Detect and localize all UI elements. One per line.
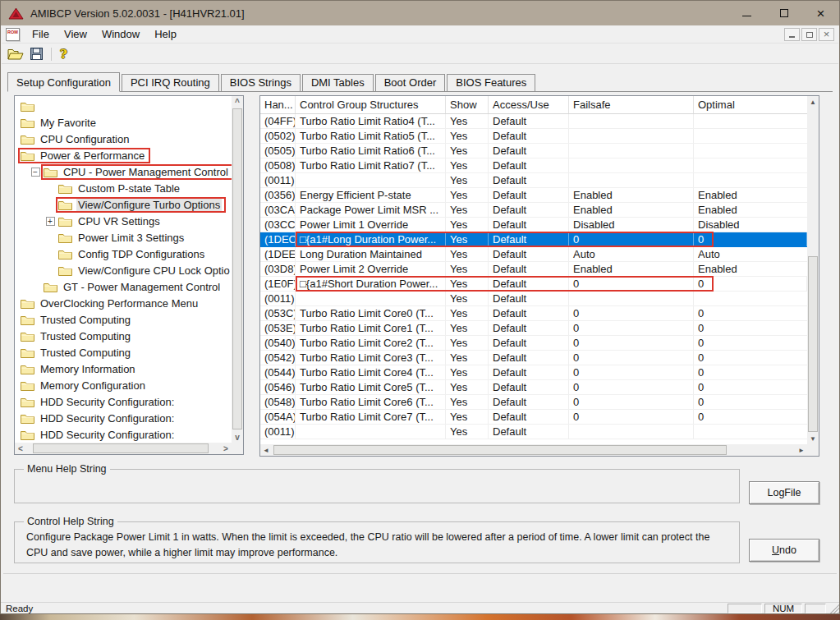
maximize-icon[interactable]: [765, 1, 802, 25]
tree-vscroll-thumb[interactable]: [232, 108, 242, 429]
scroll-up-icon[interactable]: ^: [232, 96, 243, 108]
table-row-0502[interactable]: (0502)Turbo Ratio Limit Ratio5 (T...YesD…: [260, 129, 807, 144]
cell-optimal: Auto: [694, 247, 807, 261]
tree-item-cpu-vr-settings[interactable]: +CPU VR Settings: [15, 213, 232, 229]
cell-failsafe: 0: [569, 336, 694, 350]
close-icon[interactable]: ×: [802, 1, 839, 25]
table-row-054a[interactable]: (054A)Turbo Ratio Limit Core7 (T...YesDe…: [260, 410, 807, 425]
table-row-0356[interactable]: (0356)Energy Efficient P-stateYesDefault…: [260, 188, 807, 203]
tree-hscroll-thumb[interactable]: [33, 443, 209, 453]
tree-item-memory-information[interactable]: Memory Information: [15, 361, 232, 377]
tree-item-trusted-computing[interactable]: Trusted Computing: [15, 311, 232, 328]
help-icon[interactable]: ?: [60, 47, 67, 62]
cell-show: Yes: [446, 114, 489, 128]
scroll-left-icon[interactable]: <: [15, 443, 26, 454]
open-file-icon[interactable]: [7, 48, 24, 60]
tree-item-memory-configuration[interactable]: Memory Configuration: [15, 377, 232, 393]
column-header-access-use[interactable]: Access/Use: [489, 96, 569, 113]
tree-item-hdd-security-configuration[interactable]: HDD Security Configuration:: [15, 410, 232, 426]
tab-pci-irq-routing[interactable]: PCI IRQ Routing: [122, 74, 219, 91]
table-row-053e[interactable]: (053E)Turbo Ratio Limit Core1 (T...YesDe…: [260, 321, 807, 336]
tree-item-custom-p-state-table[interactable]: Custom P-state Table: [15, 180, 232, 196]
tree-item-root[interactable]: [15, 98, 232, 114]
table-row-1dee[interactable]: (1DEE)Long Duration MaintainedYesDefault…: [260, 247, 807, 262]
table-row-03cc[interactable]: (03CC)Power Limit 1 OverrideYesDefaultDi…: [260, 218, 807, 232]
scroll-right-icon[interactable]: >: [220, 443, 232, 454]
scroll-left-icon[interactable]: ◄: [260, 444, 272, 456]
tree-item-config-tdp-configurations[interactable]: Config TDP Configurations: [15, 246, 232, 262]
tree-vertical-scrollbar[interactable]: ^ v: [232, 96, 243, 443]
tree-item-hdd-security-configuration[interactable]: HDD Security Configuration:: [15, 393, 232, 410]
tree-item-view-configure-cpu-lock-optio[interactable]: View/Configure CPU Lock Optio: [15, 262, 232, 278]
tab-bios-features[interactable]: BIOS Features: [447, 74, 535, 91]
logfile-button[interactable]: LogFile: [749, 481, 819, 504]
table-row-1e0f[interactable]: (1E0F)□{a1#Short Duration Power...YesDef…: [260, 277, 807, 292]
cell-failsafe: [569, 114, 694, 128]
column-header-show[interactable]: Show: [446, 96, 489, 113]
expand-icon[interactable]: +: [46, 217, 55, 226]
table-vscroll-thumb[interactable]: [808, 256, 818, 432]
tree-item-my-favorite[interactable]: My Favorite: [15, 114, 232, 131]
tree-item-gt-power-management-control[interactable]: GT - Power Management Control: [15, 278, 232, 295]
table-vertical-scrollbar[interactable]: ▲ ▼: [807, 96, 819, 444]
column-header-failsafe[interactable]: Failsafe: [569, 96, 694, 113]
table-row-0011[interactable]: (0011)YesDefault: [260, 173, 807, 188]
minimize-icon[interactable]: [728, 1, 765, 25]
tree-item-trusted-computing[interactable]: Trusted Computing: [15, 328, 232, 344]
menu-file[interactable]: File: [25, 26, 57, 42]
table-row-053c[interactable]: (053C)Turbo Ratio Limit Core0 (T...YesDe…: [260, 306, 807, 321]
table-row-0548[interactable]: (0548)Turbo Ratio Limit Core6 (T...YesDe…: [260, 395, 807, 410]
scroll-down-icon[interactable]: ▼: [807, 433, 819, 444]
table-row-0011[interactable]: (0011)YesDefault: [260, 425, 807, 439]
scroll-up-icon[interactable]: ▲: [807, 96, 819, 108]
menu-help[interactable]: Help: [147, 26, 184, 42]
save-icon[interactable]: [30, 48, 43, 60]
table-row-0540[interactable]: (0540)Turbo Ratio Limit Core2 (T...YesDe…: [260, 336, 807, 351]
table-row-03d8[interactable]: (03D8)Power Limit 2 OverrideYesDefaultEn…: [260, 262, 807, 277]
mdi-minimize-icon[interactable]: [784, 28, 800, 41]
tree-item-cpu-configuration[interactable]: CPU Configuration: [15, 131, 232, 147]
table-row-04ff[interactable]: (04FF)Turbo Ratio Limit Ratio4 (T...YesD…: [260, 114, 807, 129]
cell-failsafe: 0: [569, 306, 694, 320]
table-row-0505[interactable]: (0505)Turbo Ratio Limit Ratio6 (T...YesD…: [260, 144, 807, 158]
resize-grip-icon[interactable]: [829, 603, 839, 613]
column-header-control-group-structures[interactable]: Control Group Structures: [296, 96, 446, 113]
column-header-han[interactable]: Han...: [260, 96, 296, 113]
menu-view[interactable]: View: [57, 26, 94, 42]
tree-item-overclocking-performance-menu[interactable]: OverClocking Performance Menu: [15, 295, 232, 311]
cell-control: Turbo Ratio Limit Core2 (T...: [296, 336, 446, 350]
table-row-0544[interactable]: (0544)Turbo Ratio Limit Core4 (T...YesDe…: [260, 365, 807, 380]
tree-item-power-performance[interactable]: Power & Performance: [15, 147, 232, 163]
table-hscroll-thumb[interactable]: [273, 445, 727, 455]
table-row-0546[interactable]: (0546)Turbo Ratio Limit Core5 (T...YesDe…: [260, 380, 807, 395]
tree-item-view-configure-turbo-options[interactable]: View/Configure Turbo Options: [15, 196, 232, 213]
tab-boot-order[interactable]: Boot Order: [375, 74, 446, 91]
tab-setup-configuration[interactable]: Setup Configuration: [7, 72, 120, 92]
table-row-0011[interactable]: (0011)YesDefault: [260, 292, 807, 306]
cell-optimal: [694, 114, 807, 128]
scroll-down-icon[interactable]: v: [232, 431, 243, 443]
cell-control: [296, 292, 446, 305]
tab-dmi-tables[interactable]: DMI Tables: [302, 74, 374, 91]
table-horizontal-scrollbar[interactable]: ◄ ►: [260, 444, 807, 456]
table-row-0542[interactable]: (0542)Turbo Ratio Limit Core3 (T...YesDe…: [260, 351, 807, 365]
tree-item-power-limit-3-settings[interactable]: Power Limit 3 Settings: [15, 229, 232, 246]
cell-handle: (0011): [260, 173, 296, 187]
tree-item-trusted-computing[interactable]: Trusted Computing: [15, 344, 232, 361]
cell-access: Default: [489, 365, 569, 379]
menu-window[interactable]: Window: [94, 26, 147, 42]
table-row-1dec[interactable]: (1DEC)□{a1#Long Duration Power...YesDefa…: [260, 232, 807, 247]
tree-item-hdd-security-configuration[interactable]: HDD Security Configuration:: [15, 426, 232, 443]
table-row-0508[interactable]: (0508)Turbo Ratio Limit Ratio7 (T...YesD…: [260, 158, 807, 173]
rom-document-icon[interactable]: ROM: [6, 28, 20, 41]
tab-bios-strings[interactable]: BIOS Strings: [221, 74, 301, 91]
tree-item-cpu-power-management-control[interactable]: −CPU - Power Management Control: [15, 163, 232, 180]
table-row-03ca[interactable]: (03CA)Package Power Limit MSR ...YesDefa…: [260, 203, 807, 218]
collapse-icon[interactable]: −: [31, 168, 40, 177]
mdi-restore-icon[interactable]: [801, 28, 817, 41]
mdi-close-icon[interactable]: ×: [819, 28, 834, 41]
scroll-right-icon[interactable]: ►: [796, 444, 807, 456]
undo-button[interactable]: Undo: [749, 539, 819, 562]
column-header-optimal[interactable]: Optimal: [694, 96, 807, 113]
tree-horizontal-scrollbar[interactable]: < >: [15, 443, 232, 454]
